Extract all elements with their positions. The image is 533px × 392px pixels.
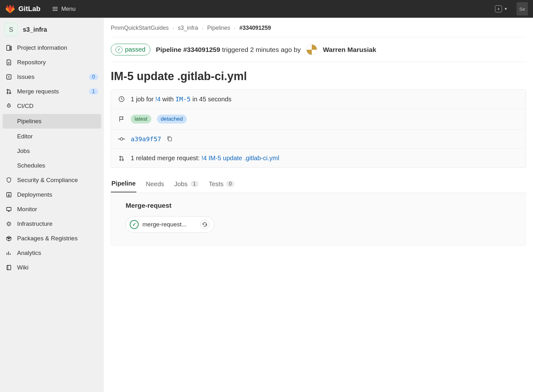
merge-request-link[interactable]: !4 bbox=[155, 96, 161, 103]
svg-rect-11 bbox=[7, 265, 11, 270]
svg-rect-0 bbox=[7, 45, 10, 50]
sidebar-item-monitor[interactable]: Monitor bbox=[0, 202, 104, 217]
sidebar-item-label: CI/CD bbox=[17, 103, 98, 110]
svg-point-10 bbox=[8, 223, 10, 225]
repository-icon bbox=[6, 59, 12, 66]
sidebar-item-merge-requests[interactable]: Merge requests 1 bbox=[0, 84, 104, 99]
svg-point-13 bbox=[120, 138, 123, 140]
sidebar-item-label: Project information bbox=[17, 44, 98, 51]
svg-point-6 bbox=[9, 92, 11, 94]
project-header[interactable]: S s3_infra bbox=[0, 21, 104, 41]
pipeline-graph: Merge-request ✓ merge-request... bbox=[111, 193, 526, 246]
clock-icon bbox=[118, 96, 125, 103]
main-content: PmmQuickStartGuides › s3_infra › Pipelin… bbox=[104, 18, 533, 392]
breadcrumb-section[interactable]: Pipelines bbox=[207, 25, 230, 31]
sidebar-subitem-jobs[interactable]: Jobs bbox=[0, 144, 104, 158]
tab-needs[interactable]: Needs bbox=[145, 176, 165, 193]
sidebar-subitem-editor[interactable]: Editor bbox=[0, 129, 104, 144]
sidebar-item-infrastructure[interactable]: Infrastructure bbox=[0, 217, 104, 231]
copy-sha-button[interactable] bbox=[167, 136, 173, 142]
tab-pipeline[interactable]: Pipeline bbox=[111, 176, 136, 193]
sidebar-subitem-schedules[interactable]: Schedules bbox=[0, 158, 104, 173]
pipeline-trigger-text: Pipeline #334091259 triggered 2 minutes … bbox=[156, 46, 301, 54]
check-circle-icon: ✓ bbox=[116, 46, 122, 53]
user-name-link[interactable]: Warren Marusiak bbox=[323, 46, 376, 54]
plus-icon: + bbox=[495, 5, 502, 12]
user-avatar[interactable] bbox=[306, 44, 317, 55]
merge-request-icon bbox=[118, 155, 125, 162]
sidebar-item-analytics[interactable]: Analytics bbox=[0, 246, 104, 260]
wiki-icon bbox=[6, 264, 12, 271]
sidebar-item-packages[interactable]: Packages & Registries bbox=[0, 231, 104, 246]
sidebar-item-security[interactable]: Security & Compliance bbox=[0, 173, 104, 187]
job-label: merge-request... bbox=[142, 221, 196, 228]
tag-detached[interactable]: detached bbox=[157, 115, 187, 123]
analytics-icon bbox=[6, 250, 12, 256]
hamburger-icon bbox=[52, 6, 58, 12]
sidebar: S s3_infra Project information Repositor… bbox=[0, 18, 104, 392]
tab-jobs[interactable]: Jobs 1 bbox=[174, 176, 199, 193]
pipeline-related-mr-row: 1 related merge request: !4 IM-5 update … bbox=[111, 149, 526, 168]
sidebar-item-label: Deployments bbox=[17, 191, 98, 198]
commit-sha-link[interactable]: a39a9f57 bbox=[131, 135, 161, 143]
sidebar-item-repository[interactable]: Repository bbox=[0, 55, 104, 70]
project-name: s3_infra bbox=[23, 26, 47, 33]
chevron-right-icon: › bbox=[202, 26, 204, 31]
shield-icon bbox=[6, 177, 12, 183]
svg-rect-1 bbox=[10, 46, 11, 50]
gitlab-logo-icon bbox=[5, 4, 15, 14]
sidebar-item-label: Monitor bbox=[17, 206, 98, 213]
brand-label: GitLab bbox=[18, 5, 41, 13]
commit-icon bbox=[118, 136, 125, 142]
sidebar-item-label: Packages & Registries bbox=[17, 235, 98, 242]
job-item[interactable]: ✓ merge-request... bbox=[126, 216, 214, 233]
sidebar-item-label: Repository bbox=[17, 59, 98, 66]
breadcrumb-current: #334091259 bbox=[239, 25, 271, 31]
svg-rect-9 bbox=[7, 207, 11, 211]
tests-count: 0 bbox=[226, 181, 235, 187]
gitlab-logo-link[interactable]: GitLab bbox=[5, 4, 41, 14]
svg-point-16 bbox=[120, 159, 121, 161]
deployments-icon bbox=[6, 192, 12, 198]
sidebar-item-project-information[interactable]: Project information bbox=[0, 41, 104, 55]
package-icon bbox=[6, 235, 12, 242]
create-menu-button[interactable]: + ▼ bbox=[495, 5, 508, 12]
top-navbar: GitLab Menu + ▼ Se bbox=[0, 0, 533, 18]
page-title: IM-5 update .gitlab-ci.yml bbox=[111, 62, 533, 89]
pipeline-status-badge[interactable]: ✓ passed bbox=[111, 44, 150, 55]
pipeline-tags-row: latest detached bbox=[111, 109, 526, 130]
check-circle-icon: ✓ bbox=[130, 220, 139, 229]
tag-latest[interactable]: latest bbox=[131, 115, 151, 123]
breadcrumb-project[interactable]: s3_infra bbox=[178, 25, 198, 31]
sidebar-item-cicd[interactable]: CI/CD bbox=[0, 99, 104, 113]
status-label: passed bbox=[125, 46, 146, 53]
infrastructure-icon bbox=[6, 221, 12, 227]
related-mr-link[interactable]: !4 IM-5 update .gitlab-ci.yml bbox=[201, 155, 279, 161]
flag-icon bbox=[118, 116, 125, 123]
sidebar-subitem-pipelines[interactable]: Pipelines bbox=[3, 114, 101, 129]
branch-link[interactable]: IM-5 bbox=[175, 95, 191, 103]
pipeline-header: ✓ passed Pipeline #334091259 triggered 2… bbox=[111, 37, 526, 62]
breadcrumb-group[interactable]: PmmQuickStartGuides bbox=[111, 25, 169, 31]
sidebar-item-label: Analytics bbox=[17, 250, 98, 256]
issues-icon bbox=[6, 74, 12, 80]
merge-requests-count-badge: 1 bbox=[89, 88, 98, 95]
tab-tests[interactable]: Tests 0 bbox=[208, 176, 235, 193]
search-input[interactable]: Se bbox=[517, 2, 528, 16]
svg-point-4 bbox=[7, 89, 8, 91]
menu-button[interactable]: Menu bbox=[52, 6, 76, 12]
retry-button[interactable] bbox=[200, 220, 210, 229]
sidebar-item-wiki[interactable]: Wiki bbox=[0, 260, 104, 275]
sidebar-item-deployments[interactable]: Deployments bbox=[0, 187, 104, 202]
chevron-right-icon: › bbox=[234, 26, 236, 31]
svg-point-7 bbox=[9, 105, 9, 106]
project-avatar: S bbox=[4, 23, 18, 36]
sidebar-item-issues[interactable]: Issues 0 bbox=[0, 70, 104, 84]
menu-label: Menu bbox=[61, 6, 76, 12]
svg-point-3 bbox=[8, 76, 9, 78]
sidebar-item-label: Wiki bbox=[17, 264, 98, 271]
pipeline-commit-row: a39a9f57 bbox=[111, 130, 526, 149]
sidebar-item-label: Infrastructure bbox=[17, 220, 98, 227]
monitor-icon bbox=[6, 206, 12, 212]
breadcrumb: PmmQuickStartGuides › s3_infra › Pipelin… bbox=[111, 25, 526, 37]
